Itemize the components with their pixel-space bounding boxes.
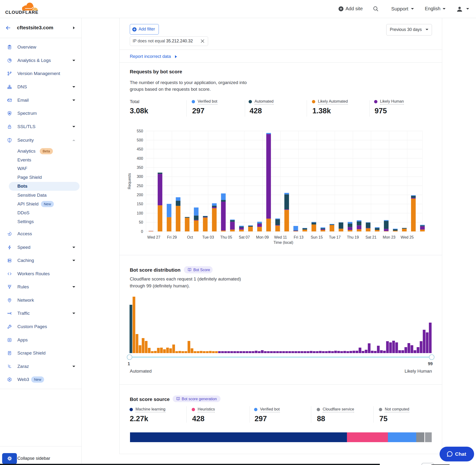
svg-text:250: 250 xyxy=(137,184,143,188)
svg-text:Fri 29: Fri 29 xyxy=(167,235,177,239)
svg-text:Fri 13: Fri 13 xyxy=(294,235,304,239)
svg-text:Mon 23: Mon 23 xyxy=(383,235,395,239)
svg-text:Wed 11: Wed 11 xyxy=(274,235,287,239)
svg-text:Sun 15: Sun 15 xyxy=(311,235,323,239)
svg-text:50: 50 xyxy=(139,220,143,224)
svg-text:Wed 27: Wed 27 xyxy=(148,235,160,239)
svg-text:Thu 19: Thu 19 xyxy=(347,235,359,239)
svg-text:300: 300 xyxy=(137,175,143,179)
svg-text:0: 0 xyxy=(141,230,143,233)
svg-text:550: 550 xyxy=(137,129,143,133)
svg-text:Requests: Requests xyxy=(127,173,131,189)
svg-text:450: 450 xyxy=(137,147,143,151)
svg-text:Time (local): Time (local) xyxy=(274,241,293,244)
svg-text:150: 150 xyxy=(137,202,143,206)
svg-text:Oct: Oct xyxy=(187,235,193,239)
svg-text:200: 200 xyxy=(137,193,143,197)
svg-text:Sat 07: Sat 07 xyxy=(239,235,250,239)
svg-text:Sat 21: Sat 21 xyxy=(366,235,376,239)
svg-text:100: 100 xyxy=(137,211,143,215)
svg-text:500: 500 xyxy=(137,138,143,142)
svg-text:Mon 09: Mon 09 xyxy=(256,235,269,239)
svg-text:Thu 05: Thu 05 xyxy=(220,235,232,239)
svg-text:Tue 17: Tue 17 xyxy=(329,235,340,239)
svg-text:Wed 25: Wed 25 xyxy=(401,235,414,239)
svg-text:350: 350 xyxy=(137,166,143,169)
svg-text:400: 400 xyxy=(137,157,143,160)
svg-text:Tue 03: Tue 03 xyxy=(202,235,214,239)
